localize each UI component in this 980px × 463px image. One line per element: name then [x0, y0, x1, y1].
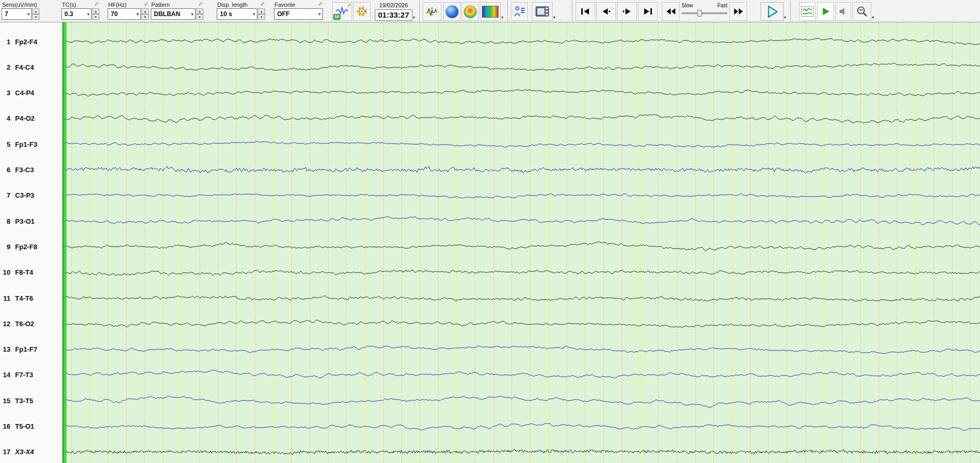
- channel-row[interactable]: 17X3-X4: [0, 447, 62, 456]
- hf-spinner: ▲ ▼: [141, 8, 149, 20]
- fast-forward-button[interactable]: [729, 2, 747, 21]
- channel-number: 4: [0, 114, 10, 122]
- channel-row[interactable]: 2F4-C4: [0, 63, 62, 72]
- audio-button[interactable]: [835, 2, 851, 21]
- tc-combo[interactable]: 0.3 ▾: [61, 8, 92, 20]
- patient-info-button[interactable]: [511, 2, 528, 21]
- sens-down-button[interactable]: ▼: [32, 14, 40, 20]
- speed-slider-thumb[interactable]: [697, 10, 702, 17]
- waveform-icon: [425, 6, 439, 17]
- settings-gear-button[interactable]: [353, 2, 371, 21]
- tc-up-button[interactable]: ▲: [92, 8, 99, 14]
- hf-up-button[interactable]: ▲: [141, 8, 149, 14]
- video-button[interactable]: [532, 2, 553, 21]
- hf-label: HF(Hz): [108, 2, 126, 8]
- pattern-down-button[interactable]: ▼: [196, 14, 203, 20]
- channel-row[interactable]: 5Fp1-F3: [0, 140, 62, 149]
- chevron-down-icon: ▾: [316, 11, 321, 17]
- channel-label[interactable]: Fp2-F8: [15, 243, 37, 251]
- disp-down-button[interactable]: ▼: [258, 14, 265, 20]
- skip-to-start-button[interactable]: [576, 2, 595, 21]
- channel-label[interactable]: T3-T5: [15, 397, 33, 405]
- play-button[interactable]: [761, 2, 783, 21]
- trace-area[interactable]: [62, 22, 980, 463]
- step-forward-button[interactable]: [617, 2, 637, 21]
- analysis-button[interactable]: [853, 2, 871, 21]
- disp-up-button[interactable]: ▲: [258, 8, 265, 14]
- hf-value: 70: [111, 10, 117, 18]
- mini-play-button[interactable]: [817, 2, 834, 21]
- channel-label[interactable]: F8-T4: [15, 268, 33, 276]
- hf-combo[interactable]: 70 ▾: [108, 8, 141, 20]
- channel-label[interactable]: F3-C3: [15, 166, 34, 174]
- channel-row[interactable]: 11T4-T6: [0, 294, 62, 303]
- edit-pencil-icon[interactable]: ✎: [94, 2, 99, 7]
- channel-row[interactable]: 4P4-O2: [0, 114, 62, 123]
- channel-label[interactable]: P4-O2: [15, 114, 35, 122]
- waveform-tool-button[interactable]: [423, 2, 441, 21]
- rewind-button[interactable]: [662, 2, 680, 21]
- channel-number: 17: [0, 448, 10, 456]
- edit-pencil-icon[interactable]: ✎: [318, 2, 322, 7]
- disp-length-combo[interactable]: 10 s ▾: [217, 8, 257, 20]
- channel-label[interactable]: Fp2-F4: [15, 38, 37, 46]
- channel-row[interactable]: 9Fp2-F8: [0, 242, 62, 251]
- chevron-down-icon[interactable]: ▾: [872, 15, 874, 20]
- channel-label[interactable]: T5-O1: [15, 422, 34, 430]
- channel-row[interactable]: 3C4-P4: [0, 88, 62, 97]
- gear-icon: [356, 5, 368, 18]
- channel-label[interactable]: F4-C4: [15, 63, 34, 71]
- sens-up-button[interactable]: ▲: [32, 8, 40, 14]
- channel-label[interactable]: Fp1-F7: [15, 345, 37, 353]
- trend-chart-button[interactable]: [799, 2, 816, 21]
- mini-play-icon: [821, 7, 830, 16]
- favorite-combo[interactable]: OFF ▾: [274, 8, 323, 20]
- channel-row[interactable]: 16T5-O1: [0, 422, 62, 431]
- chevron-down-icon[interactable]: ▾: [501, 15, 503, 20]
- channel-row[interactable]: 13Fp1-F7: [0, 345, 62, 354]
- tc-down-button[interactable]: ▼: [92, 14, 99, 20]
- channel-label[interactable]: C4-P4: [15, 89, 34, 97]
- channel-row[interactable]: 12T6-O2: [0, 319, 62, 328]
- channel-row[interactable]: 6F3-C3: [0, 165, 62, 174]
- chevron-down-icon[interactable]: ▾: [413, 15, 415, 20]
- channel-row[interactable]: 7C3-P3: [0, 191, 62, 200]
- skip-to-end-button[interactable]: [638, 2, 658, 21]
- hf-down-button[interactable]: ▼: [141, 14, 149, 20]
- channel-row[interactable]: 15T3-T5: [0, 396, 62, 405]
- channel-label[interactable]: X3-X4: [15, 448, 34, 456]
- position-marker[interactable]: [62, 22, 67, 463]
- channel-row[interactable]: 10F8-T4: [0, 268, 62, 277]
- channel-row[interactable]: 14F7-T3: [0, 370, 62, 379]
- speed-slider-track[interactable]: [682, 9, 727, 17]
- pattern-combo[interactable]: DBLBAN ▾: [151, 8, 195, 20]
- tc-value: 0.3: [64, 10, 73, 18]
- edit-pencil-icon[interactable]: ✎: [198, 2, 203, 7]
- colormap-button[interactable]: [480, 2, 501, 21]
- channel-label[interactable]: Fp1-F3: [15, 140, 37, 148]
- chevron-down-icon[interactable]: ▾: [784, 15, 786, 20]
- topomap-blue-button[interactable]: [443, 2, 461, 21]
- step-back-button[interactable]: [596, 2, 616, 21]
- channel-row[interactable]: 1Fp2-F4: [0, 37, 62, 46]
- edit-pencil-icon[interactable]: ✎: [143, 2, 148, 7]
- pattern-up-button[interactable]: ▲: [196, 8, 203, 14]
- channel-row[interactable]: 8P3-O1: [0, 217, 62, 226]
- sens-group: Sens(uV/mm) 7 ▾ ▲ ▼: [2, 1, 40, 21]
- play-outline-icon: [765, 5, 779, 19]
- channel-label[interactable]: C3-P3: [15, 191, 34, 199]
- pattern-value: DBLBAN: [154, 10, 180, 18]
- topomap-rainbow-button[interactable]: [462, 2, 479, 21]
- channel-label[interactable]: T6-O2: [15, 320, 34, 328]
- edit-pencil-icon[interactable]: ✎: [260, 2, 265, 7]
- channel-label[interactable]: F7-T3: [15, 371, 33, 379]
- step-back-icon: [601, 7, 611, 16]
- eeg-review-window: Sens(uV/mm) 7 ▾ ▲ ▼ TC(s) ✎ 0.3: [0, 0, 980, 463]
- eeg-canvas[interactable]: [62, 22, 980, 463]
- channel-label[interactable]: T4-T6: [15, 294, 33, 302]
- chevron-down-icon[interactable]: ▾: [553, 15, 555, 20]
- sens-combo[interactable]: 7 ▾: [2, 8, 32, 20]
- notch-filter-button[interactable]: ✎ 50: [332, 2, 352, 21]
- favorite-label: Favorite: [275, 2, 295, 8]
- channel-label[interactable]: P3-O1: [15, 217, 35, 225]
